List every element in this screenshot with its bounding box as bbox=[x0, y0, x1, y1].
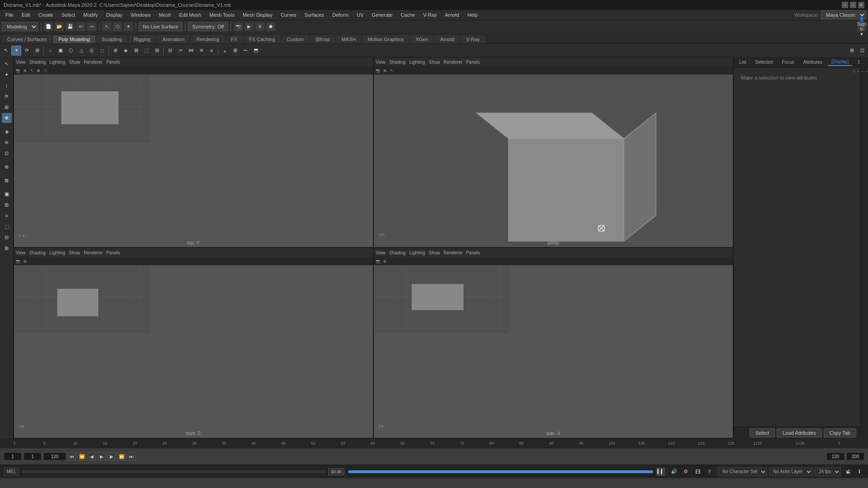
minimize-button[interactable]: ─ bbox=[842, 2, 848, 8]
poly-cylinder-btn[interactable]: ⬡ bbox=[66, 46, 76, 56]
viewport-side[interactable]: View Shading Lighting Show Renderer Pane… bbox=[373, 248, 733, 438]
rp-tab-attributes[interactable]: Attributes bbox=[800, 59, 826, 66]
poly-plane-btn[interactable]: □ bbox=[97, 46, 107, 56]
tab-mash[interactable]: MASH bbox=[336, 35, 361, 43]
sculpt-tool[interactable]: ◈ bbox=[2, 127, 12, 136]
timeline-ruler[interactable]: 1 5 10 15 20 25 30 35 40 45 50 55 60 65 … bbox=[0, 438, 868, 448]
tab-rendering[interactable]: Rendering bbox=[191, 35, 225, 43]
vp-persp-lighting[interactable]: Lighting bbox=[409, 60, 425, 65]
vp-persp-view[interactable]: View bbox=[376, 60, 386, 65]
unfold-btn[interactable]: ⟁ bbox=[220, 46, 230, 56]
help-btn[interactable]: ? bbox=[704, 467, 714, 477]
btn-prev-frame[interactable]: ◀ bbox=[88, 452, 96, 460]
menu-create[interactable]: Create bbox=[35, 11, 57, 19]
range-end-input[interactable] bbox=[43, 452, 66, 460]
viewport-front[interactable]: View Shading Lighting Show Renderer Pane… bbox=[14, 248, 373, 438]
btn-play[interactable]: ▶ bbox=[98, 452, 106, 460]
stop-render-btn[interactable]: ⏹ bbox=[266, 22, 275, 31]
menu-curves[interactable]: Curves bbox=[277, 11, 300, 19]
menu-edit-mesh[interactable]: Edit Mesh bbox=[175, 11, 205, 19]
vp-top-iso[interactable]: ⊠ bbox=[35, 67, 42, 74]
vp-front-show[interactable]: Show bbox=[69, 250, 80, 255]
lattice-tool[interactable]: ⊡ bbox=[2, 148, 12, 158]
anim-layer-selector[interactable]: No Anim Layer bbox=[769, 467, 813, 476]
container-btn[interactable]: ⊟ bbox=[2, 232, 12, 242]
rp-tab-selected[interactable]: Selected bbox=[752, 59, 777, 66]
render-region-btn[interactable]: 📷 bbox=[234, 22, 243, 31]
vp-side-grid[interactable]: ⊞ bbox=[382, 258, 388, 264]
quick-layout-btn[interactable]: ⬚ bbox=[2, 221, 12, 231]
vp-top-grid[interactable]: ⊞ bbox=[22, 67, 28, 74]
object-display-btn[interactable]: ▣ bbox=[2, 189, 12, 199]
vp-side-show[interactable]: Show bbox=[429, 250, 440, 255]
vp-top-panels[interactable]: Panels bbox=[106, 60, 120, 65]
new-scene-btn[interactable]: 📄 bbox=[44, 22, 53, 31]
live-surface-status[interactable]: No Live Surface bbox=[139, 22, 182, 31]
cut-sew-btn[interactable]: ✁ bbox=[241, 46, 250, 56]
paint-select-btn[interactable]: ✦ bbox=[124, 22, 133, 31]
move-icon-btn[interactable]: ✦ bbox=[11, 46, 21, 56]
bevel-btn[interactable]: ◈ bbox=[121, 46, 131, 56]
vp-front-renderer[interactable]: Renderer bbox=[84, 250, 103, 255]
character-set-selector[interactable]: No Character Set bbox=[718, 467, 767, 476]
vp-top-lighting[interactable]: Lighting bbox=[49, 60, 65, 65]
vp-side-cam[interactable]: 📷 bbox=[375, 258, 381, 264]
channel-control-btn[interactable]: ≡ bbox=[2, 211, 12, 221]
copy-tab-btn[interactable]: Copy Tab bbox=[824, 428, 856, 437]
vp-persp-panels[interactable]: Panels bbox=[466, 60, 480, 65]
tab-sculpting[interactable]: Sculpting bbox=[96, 35, 127, 43]
menu-help[interactable]: Help bbox=[464, 11, 481, 19]
soft-mod-tool[interactable]: ≋ bbox=[2, 137, 12, 147]
btn-prev-key[interactable]: ⏪ bbox=[78, 452, 86, 460]
tab-bifrost[interactable]: Bifrost bbox=[310, 35, 335, 43]
vp-persp-renderer[interactable]: Renderer bbox=[443, 60, 462, 65]
vp-front-shading[interactable]: Shading bbox=[29, 250, 46, 255]
rp-tab-list[interactable]: List bbox=[736, 59, 750, 66]
vp-top-view[interactable]: View bbox=[16, 60, 26, 65]
mel-indicator[interactable]: MEL bbox=[4, 467, 19, 476]
component-display-btn[interactable]: ⊞ bbox=[847, 46, 857, 56]
viewport-top[interactable]: View Shading Lighting Show Renderer Pane… bbox=[14, 57, 373, 248]
poly-cube-btn[interactable]: ▣ bbox=[56, 46, 66, 56]
vp-top-cam[interactable]: 📷 bbox=[15, 67, 21, 74]
select-icon-btn[interactable]: ↖ bbox=[1, 46, 11, 56]
xray-btn[interactable]: ⊡ bbox=[857, 46, 867, 56]
menu-cache[interactable]: Cache bbox=[397, 11, 419, 19]
vp-top-show[interactable]: Show bbox=[69, 60, 80, 65]
tab-curves-surfaces[interactable]: Curves / Surfaces bbox=[2, 35, 52, 43]
tab-poly-modeling[interactable]: Poly Modeling bbox=[53, 35, 95, 43]
tab-arnold[interactable]: Arnold bbox=[434, 35, 460, 43]
symmetry-status[interactable]: Symmetry: Off bbox=[188, 22, 228, 31]
lasso-select-btn[interactable]: ⬡ bbox=[113, 22, 122, 31]
viewport-persp[interactable]: View Shading Lighting Show Renderer Pane… bbox=[373, 57, 733, 248]
target-weld-btn[interactable]: ⋈ bbox=[186, 46, 196, 56]
vp-side-lighting[interactable]: Lighting bbox=[409, 250, 425, 255]
tab-motion-graphics[interactable]: Motion Graphics bbox=[362, 35, 409, 43]
universal-tool[interactable]: ✱ bbox=[2, 113, 12, 123]
vp-persp-cam[interactable]: 📷 bbox=[375, 67, 381, 74]
uv-editor-btn[interactable]: ⬒ bbox=[251, 46, 261, 56]
rotate-icon-btn[interactable]: ⟳ bbox=[22, 46, 32, 56]
vp-side-renderer[interactable]: Renderer bbox=[443, 250, 462, 255]
btn-frame-start[interactable]: ⏮ bbox=[68, 452, 76, 460]
extrude-btn[interactable]: ⊕ bbox=[110, 46, 120, 56]
pause-render-btn[interactable]: ⏸ bbox=[255, 22, 264, 31]
menu-file[interactable]: File bbox=[2, 11, 17, 19]
redo-btn[interactable]: ↪ bbox=[87, 22, 96, 31]
smooth-btn[interactable]: ≋ bbox=[196, 46, 206, 56]
menu-mesh[interactable]: Mesh bbox=[155, 11, 175, 19]
edge-loop-btn[interactable]: ⊟ bbox=[165, 46, 175, 56]
crease-btn[interactable]: ≡ bbox=[207, 46, 217, 56]
poly-cone-btn[interactable]: △ bbox=[76, 46, 86, 56]
vp-persp-grid[interactable]: ⊞ bbox=[382, 67, 388, 74]
snap-together-tool[interactable]: ⊠ bbox=[2, 175, 12, 185]
layout-btn[interactable]: ⊞ bbox=[230, 46, 240, 56]
transform-limits-btn[interactable]: ⊞ bbox=[2, 200, 12, 210]
vp-front-view[interactable]: View bbox=[16, 250, 26, 255]
vp-top-wire[interactable]: ⬡ bbox=[42, 67, 48, 74]
rp-tab-display[interactable]: [Display] bbox=[828, 58, 852, 66]
sign-in-btn[interactable]: 👤 Sign In ▼ bbox=[857, 22, 866, 31]
vp-front-cam[interactable]: 📷 bbox=[15, 258, 21, 264]
tab-vray[interactable]: V-Ray bbox=[461, 35, 485, 43]
merge-btn[interactable]: ⊞ bbox=[152, 46, 162, 56]
